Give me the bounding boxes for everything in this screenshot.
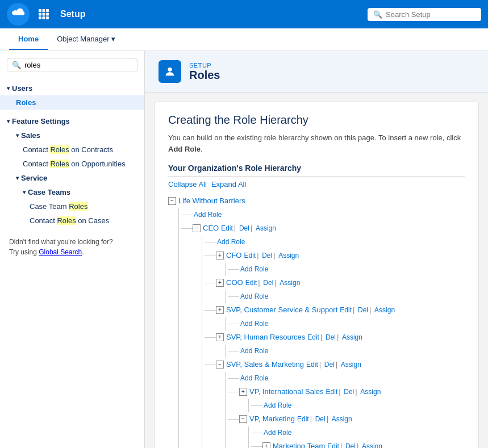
ceo-edit-link[interactable]: Edit bbox=[221, 224, 233, 232]
add-role-row-svp-sm: Add Role bbox=[228, 372, 465, 385]
page-header-text: SETUP Roles bbox=[189, 62, 220, 82]
add-role-link-svp-hr[interactable]: Add Role bbox=[240, 346, 268, 357]
expand-icon-cfo[interactable]: + bbox=[216, 252, 224, 259]
svp-sm-edit-link[interactable]: Edit bbox=[306, 361, 318, 369]
global-search-link[interactable]: Global Search bbox=[39, 248, 82, 256]
tree-node-root: − Life Without Barriers bbox=[168, 194, 465, 208]
sidebar-contact-roles-opportunities-label: Contact Roles on Opportunities bbox=[23, 160, 126, 168]
sidebar-users-label: Users bbox=[12, 84, 32, 93]
mktg-team-edit-link[interactable]: Edit bbox=[327, 442, 339, 448]
svp-css-del-link[interactable]: Del bbox=[358, 306, 368, 314]
vp-mktg-assign-link[interactable]: Assign bbox=[332, 415, 352, 423]
collapse-all-link[interactable]: Collapse All bbox=[168, 180, 207, 189]
expand-icon-ceo[interactable]: − bbox=[193, 224, 201, 232]
expand-icon-coo[interactable]: + bbox=[216, 279, 224, 287]
svp-css-edit-link[interactable]: Edit bbox=[340, 306, 352, 314]
add-role-link-svp-sm[interactable]: Add Role bbox=[240, 373, 268, 384]
coo-edit-link[interactable]: Edit bbox=[245, 279, 257, 287]
svp-css-actions: Edit| Del| Assign bbox=[340, 304, 395, 316]
app-launcher-button[interactable] bbox=[36, 7, 51, 22]
expand-icon-mktg-team[interactable]: + bbox=[262, 442, 270, 448]
sidebar-service-label: Service bbox=[21, 174, 47, 182]
sidebar-header-users[interactable]: ▾ Users bbox=[0, 81, 144, 95]
sidebar-item-contact-roles-opportunities[interactable]: Contact Roles on Opportunities bbox=[0, 157, 144, 171]
sidebar-item-roles[interactable]: Roles bbox=[0, 95, 144, 110]
vp-mktg-del-link[interactable]: Del bbox=[315, 415, 326, 423]
role-coo[interactable]: COO bbox=[226, 277, 243, 289]
setup-title: Setup bbox=[60, 9, 85, 19]
sidebar-header-sales[interactable]: ▾ Sales bbox=[0, 128, 144, 143]
add-role-link-root[interactable]: Add Role bbox=[194, 210, 222, 220]
svp-css-assign-link[interactable]: Assign bbox=[374, 306, 395, 314]
svp-sm-assign-link[interactable]: Assign bbox=[341, 361, 361, 369]
role-cfo[interactable]: CFO bbox=[226, 250, 241, 262]
ceo-del-link[interactable]: Del bbox=[239, 224, 249, 232]
tab-home[interactable]: Home bbox=[9, 29, 48, 50]
page-header: SETUP Roles bbox=[145, 51, 488, 93]
svp-sm-actions: Edit| Del| Assign bbox=[306, 359, 361, 371]
role-vp-mktg[interactable]: VP, Marketing bbox=[249, 413, 295, 425]
add-role-row-vp-intl: Add Role bbox=[251, 399, 465, 412]
sidebar-header-feature-settings[interactable]: ▾ Feature Settings bbox=[0, 114, 144, 128]
expand-all-link[interactable]: Expand All bbox=[211, 180, 246, 189]
expand-icon-svp-css[interactable]: + bbox=[216, 306, 224, 314]
sidebar-case-teams-label: Case Teams bbox=[28, 188, 70, 196]
search-input[interactable] bbox=[386, 10, 476, 19]
cfo-del-link[interactable]: Del bbox=[262, 252, 272, 259]
expand-icon-vp-mktg[interactable]: − bbox=[239, 415, 247, 423]
svp-hr-edit-link[interactable]: Edit bbox=[307, 333, 319, 341]
add-role-link-coo[interactable]: Add Role bbox=[240, 291, 268, 302]
sidebar-roles-label: Roles bbox=[16, 98, 36, 107]
vp-intl-edit-link[interactable]: Edit bbox=[326, 388, 338, 396]
add-role-row-root: Add Role bbox=[181, 208, 465, 221]
cfo-assign-link[interactable]: Assign bbox=[278, 252, 299, 259]
search-icon: 🔍 bbox=[373, 10, 382, 19]
vp-intl-del-link[interactable]: Del bbox=[344, 388, 354, 396]
svg-rect-0 bbox=[39, 9, 41, 12]
add-role-link-ceo[interactable]: Add Role bbox=[217, 237, 245, 248]
role-svp-sm[interactable]: SVP, Sales & Marketing bbox=[226, 359, 304, 371]
page-header-title: Roles bbox=[189, 69, 220, 82]
role-svp-css[interactable]: SVP, Customer Service & Support bbox=[226, 304, 337, 316]
coo-actions: Edit| Del| Assign bbox=[245, 277, 301, 289]
ceo-assign-link[interactable]: Assign bbox=[256, 224, 276, 232]
sidebar-not-found: Didn't find what you're looking for? Try… bbox=[0, 230, 144, 264]
cfo-edit-link[interactable]: Edit bbox=[244, 252, 256, 259]
sidebar-header-case-teams[interactable]: ▾ Case Teams bbox=[0, 185, 144, 199]
expand-icon-root[interactable]: − bbox=[168, 197, 176, 205]
vp-mktg-edit-link[interactable]: Edit bbox=[297, 415, 309, 423]
role-svp-hr[interactable]: SVP, Human Resources bbox=[226, 332, 305, 344]
sidebar-item-contact-roles-cases[interactable]: Contact Roles on Cases bbox=[0, 213, 144, 228]
svp-hr-assign-link[interactable]: Assign bbox=[342, 333, 362, 341]
expand-icon-vp-intl[interactable]: + bbox=[239, 388, 247, 396]
role-life-without-barriers[interactable]: Life Without Barriers bbox=[178, 195, 245, 207]
tab-object-manager[interactable]: Object Manager ▾ bbox=[48, 29, 124, 50]
role-vp-intl[interactable]: VP, International Sales bbox=[249, 386, 324, 398]
sidebar-item-contact-roles-contracts[interactable]: Contact Roles on Contracts bbox=[0, 143, 144, 157]
svp-hr-del-link[interactable]: Del bbox=[326, 333, 336, 341]
svp-sm-del-link[interactable]: Del bbox=[324, 361, 335, 369]
vp-intl-assign-link[interactable]: Assign bbox=[360, 388, 381, 396]
mktg-team-assign-link[interactable]: Assign bbox=[362, 442, 382, 448]
chevron-down-icon-service: ▾ bbox=[16, 175, 19, 181]
tab-bar: Home Object Manager ▾ bbox=[0, 28, 488, 51]
sidebar-item-case-team-roles[interactable]: Case Team Roles bbox=[0, 199, 144, 213]
ceo-actions: Edit| Del| Assign bbox=[221, 223, 276, 235]
sidebar-feature-settings-label: Feature Settings bbox=[12, 117, 70, 125]
add-role-link-vp-intl[interactable]: Add Role bbox=[264, 400, 291, 411]
svg-rect-3 bbox=[39, 13, 41, 16]
sidebar-section-users: ▾ Users Roles bbox=[0, 79, 144, 112]
add-role-link-vp-mktg[interactable]: Add Role bbox=[264, 428, 291, 438]
sidebar-header-service[interactable]: ▾ Service bbox=[0, 171, 144, 185]
add-role-link-svp-css[interactable]: Add Role bbox=[240, 319, 268, 329]
add-role-link-cfo[interactable]: Add Role bbox=[240, 264, 268, 275]
sidebar-search-input[interactable] bbox=[24, 61, 132, 69]
expand-icon-svp-sm[interactable]: − bbox=[216, 361, 224, 369]
coo-del-link[interactable]: Del bbox=[263, 279, 273, 287]
coo-assign-link[interactable]: Assign bbox=[280, 279, 300, 287]
role-mktg-team[interactable]: Marketing Team bbox=[273, 441, 325, 448]
add-role-row-svp-hr: Add Role bbox=[228, 345, 465, 358]
role-ceo[interactable]: CEO bbox=[203, 223, 219, 235]
mktg-team-del-link[interactable]: Del bbox=[345, 442, 356, 448]
expand-icon-svp-hr[interactable]: + bbox=[216, 333, 224, 341]
